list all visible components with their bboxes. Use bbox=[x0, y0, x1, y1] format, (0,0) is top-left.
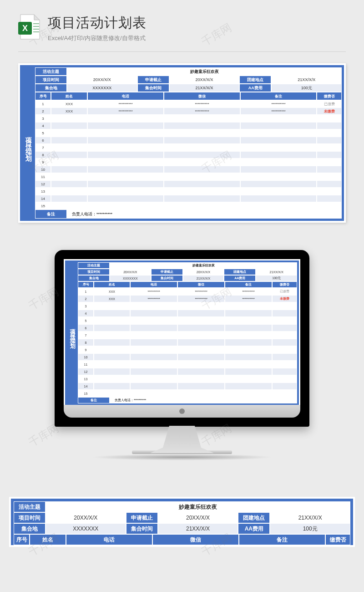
cell-remark bbox=[240, 202, 317, 209]
table-row: 8 bbox=[78, 339, 297, 346]
cell-phone bbox=[130, 346, 177, 353]
bottom-preview-strip: 活动主题 妙趣童乐狂欢夜 项目时间 20XX/X/X 申请截止 20XX/X/X… bbox=[9, 497, 355, 547]
excel-file-icon: X bbox=[18, 14, 41, 40]
monitor-stand bbox=[150, 426, 214, 453]
col-name: 姓名 bbox=[94, 281, 130, 288]
sheet-side-title: 项目活动计划 bbox=[67, 262, 78, 403]
page-subtitle: Excel/A4打印/内容随意修改/自带格式 bbox=[48, 34, 346, 42]
cell-paid bbox=[317, 158, 342, 166]
col-paid: 缴费否 bbox=[317, 92, 342, 100]
deadline-label: 申请截止 bbox=[151, 269, 183, 275]
sheet-side-title: 项目活动计划 bbox=[22, 67, 35, 219]
meeting-place-label: 集合地 bbox=[14, 523, 46, 534]
cell-wechat bbox=[164, 195, 240, 202]
cell-wechat bbox=[164, 137, 240, 144]
page-header: X 项目活动计划表 Excel/A4打印/内容随意修改/自带格式 bbox=[0, 0, 364, 47]
cell-name bbox=[94, 339, 130, 346]
cell-remark bbox=[225, 361, 272, 368]
cell-wechat bbox=[177, 361, 225, 368]
table-row: 15 bbox=[35, 202, 342, 209]
cell-paid bbox=[272, 346, 297, 353]
meeting-time-label: 集合时间 bbox=[137, 84, 169, 92]
cell-seq: 12 bbox=[78, 368, 94, 375]
theme-label: 活动主题 bbox=[78, 262, 110, 269]
cell-paid bbox=[272, 332, 297, 339]
table-row: 14 bbox=[78, 383, 297, 390]
cell-remark: ********** bbox=[225, 288, 272, 295]
cell-paid bbox=[272, 339, 297, 346]
table-row: 10 bbox=[78, 353, 297, 361]
template-preview: 项目活动计划 活动主题 妙趣童乐狂欢夜 项目时间 20XX/X/X 申请截止 2… bbox=[18, 63, 346, 223]
cell-phone bbox=[130, 310, 177, 317]
cell-remark bbox=[240, 180, 317, 188]
cell-paid bbox=[272, 353, 297, 361]
location-label: 团建地点 bbox=[238, 512, 270, 523]
cell-phone: ********** bbox=[87, 107, 164, 115]
deadline-label: 申请截止 bbox=[137, 76, 169, 84]
divider bbox=[18, 51, 346, 52]
monitor-chin bbox=[64, 405, 300, 418]
table-row: 7 bbox=[78, 332, 297, 339]
footer-remark-text: 负责人电话：********** bbox=[67, 209, 342, 219]
table-row: 12 bbox=[35, 180, 342, 188]
table-row: 8 bbox=[35, 151, 342, 158]
meeting-time-value: 21XX/X/X bbox=[169, 84, 240, 92]
cell-seq: 2 bbox=[78, 295, 94, 302]
cell-remark bbox=[225, 375, 272, 383]
cell-seq: 6 bbox=[35, 137, 51, 144]
cell-phone bbox=[130, 302, 177, 310]
col-wechat: 微信 bbox=[152, 534, 239, 545]
cell-name bbox=[94, 332, 130, 339]
cell-seq: 1 bbox=[78, 288, 94, 295]
cell-remark bbox=[240, 158, 317, 166]
cell-wechat bbox=[164, 158, 240, 166]
cell-paid bbox=[272, 368, 297, 375]
table-row: 15 bbox=[78, 390, 297, 397]
table-row: 2 XXX ********** ********** ********** 未… bbox=[35, 107, 342, 115]
cell-seq: 13 bbox=[78, 375, 94, 383]
theme-value: 妙趣童乐狂欢夜 bbox=[67, 67, 342, 76]
cell-name bbox=[51, 137, 87, 144]
cell-remark bbox=[240, 166, 317, 173]
cell-remark: ********** bbox=[225, 295, 272, 302]
cell-name bbox=[94, 368, 130, 375]
table-row: 3 bbox=[35, 115, 342, 122]
cell-remark bbox=[240, 129, 317, 137]
cell-name: XXX bbox=[94, 288, 130, 295]
deadline-label: 申请截止 bbox=[126, 512, 158, 523]
cell-wechat bbox=[177, 353, 225, 361]
cell-name bbox=[51, 129, 87, 137]
col-phone: 电话 bbox=[66, 534, 152, 545]
cell-wechat bbox=[164, 129, 240, 137]
cell-remark bbox=[225, 332, 272, 339]
table-row: 10 bbox=[35, 166, 342, 173]
cell-wechat bbox=[177, 346, 225, 353]
cell-phone bbox=[130, 390, 177, 397]
table-row: 6 bbox=[35, 137, 342, 144]
cell-seq: 12 bbox=[35, 180, 51, 188]
table-row: 11 bbox=[35, 173, 342, 180]
cell-remark bbox=[225, 368, 272, 375]
footer-remark-label: 备注 bbox=[78, 397, 110, 403]
cell-seq: 4 bbox=[78, 310, 94, 317]
cell-name bbox=[94, 310, 130, 317]
location-label: 团建地点 bbox=[239, 76, 271, 84]
cell-remark bbox=[240, 122, 317, 129]
cell-remark bbox=[240, 144, 317, 151]
col-seq: 序号 bbox=[14, 534, 30, 545]
cell-name bbox=[94, 383, 130, 390]
footer-remark-text: 负责人电话：********** bbox=[110, 397, 297, 403]
cell-name bbox=[94, 353, 130, 361]
cell-name: XXX bbox=[51, 100, 87, 107]
cell-seq: 8 bbox=[78, 339, 94, 346]
cell-paid bbox=[317, 129, 342, 137]
project-time-value: 20XX/X/X bbox=[110, 269, 151, 275]
col-name: 姓名 bbox=[30, 534, 66, 545]
table-row: 6 bbox=[78, 324, 297, 332]
aa-fee-label: AA费用 bbox=[224, 275, 256, 281]
cell-phone bbox=[130, 324, 177, 332]
table-row: 14 bbox=[35, 195, 342, 202]
cell-seq: 3 bbox=[78, 302, 94, 310]
cell-phone: ********** bbox=[130, 288, 177, 295]
cell-wechat bbox=[164, 173, 240, 180]
